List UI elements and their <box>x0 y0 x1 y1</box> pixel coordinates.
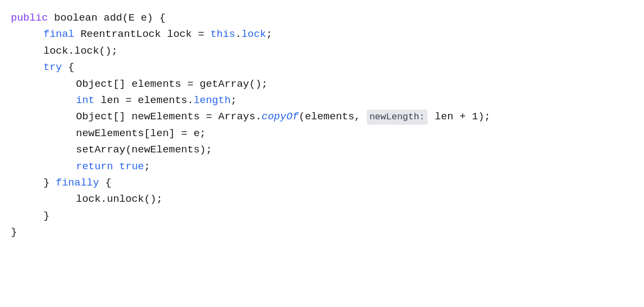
code-text: . <box>235 26 241 42</box>
code-line-9: setArray(newElements); <box>11 142 633 158</box>
code-line-5: Object[] elements = getArray(); <box>11 76 633 92</box>
code-text: } <box>43 175 56 191</box>
code-text: boolean <box>48 10 104 26</box>
code-text: ; <box>266 26 272 42</box>
param-hint-newlength: newLength: <box>367 110 428 124</box>
code-line-4: try { <box>11 59 633 75</box>
method-copyof: copyOf <box>262 108 298 125</box>
code-text: len = elements. <box>94 92 193 108</box>
code-text: (E e) { <box>122 10 165 26</box>
code-viewer: public boolean add(E e) { final Reentran… <box>0 0 644 307</box>
code-text: Object[] elements = getArray(); <box>76 76 267 92</box>
code-line-1: public boolean add(E e) { <box>11 10 633 26</box>
field-length: length <box>194 92 231 108</box>
keyword-try: try <box>43 59 62 75</box>
method-name: add <box>104 10 122 26</box>
code-text: Object[] newElements = Arrays. <box>76 108 262 125</box>
code-line-7: Object[] newElements = Arrays.copyOf(ele… <box>11 108 633 125</box>
code-text: ; <box>144 158 150 175</box>
code-text: ; <box>231 92 237 108</box>
code-text: (elements, <box>298 108 366 125</box>
code-line-14: } <box>11 224 633 240</box>
code-text: } <box>11 224 17 240</box>
code-text: len + 1); <box>429 108 490 125</box>
keyword-int: int <box>76 92 94 108</box>
code-text: newElements[len] = e; <box>76 125 206 142</box>
keyword-finally: finally <box>56 175 99 191</box>
code-text <box>113 158 119 175</box>
keyword-final: final <box>43 26 74 42</box>
code-text: { <box>62 59 74 75</box>
code-text: } <box>43 208 49 224</box>
code-text: ReentrantLock lock = <box>74 26 211 42</box>
keyword-true: true <box>119 158 144 175</box>
code-line-6: int len = elements.length; <box>11 92 633 108</box>
code-line-8: newElements[len] = e; <box>11 125 633 142</box>
code-line-13: } <box>11 208 633 224</box>
keyword-return: return <box>76 158 113 175</box>
code-line-3: lock.lock(); <box>11 43 633 59</box>
code-line-12: lock.unlock(); <box>11 191 633 207</box>
keyword-this: this <box>211 26 235 42</box>
code-line-11: } finally { <box>11 175 633 191</box>
code-line-2: final ReentrantLock lock = this.lock; <box>11 26 633 42</box>
keyword-public: public <box>11 10 48 26</box>
code-text: { <box>99 175 112 191</box>
code-text: lock.lock(); <box>43 43 118 59</box>
code-text: lock.unlock(); <box>76 191 163 207</box>
code-line-10: return true; <box>11 158 633 175</box>
code-text: setArray(newElements); <box>76 142 212 158</box>
field-lock: lock <box>241 26 266 42</box>
